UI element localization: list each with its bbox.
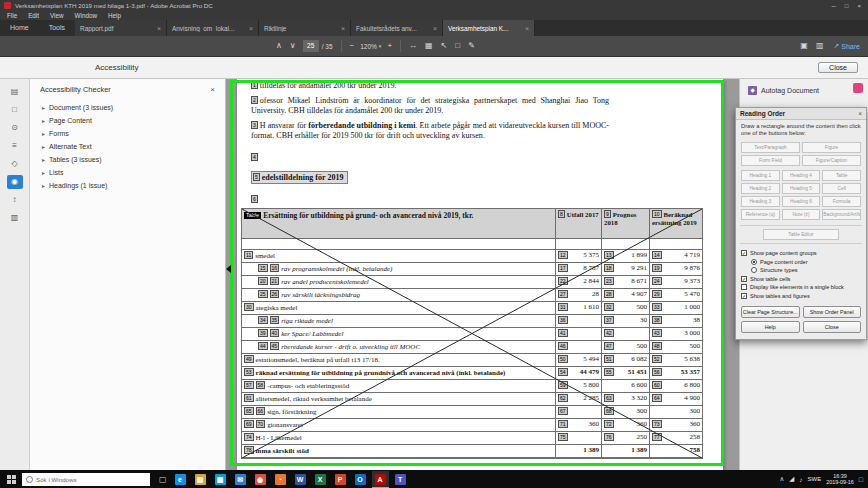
menu-item-window[interactable]: Window xyxy=(75,12,97,19)
checker-item-lists[interactable]: ▸Lists xyxy=(42,169,225,176)
close-button[interactable]: Close xyxy=(803,321,862,333)
taskbar-app-edge[interactable]: e xyxy=(172,471,189,488)
expander-icon[interactable]: ▸ xyxy=(42,117,45,124)
previous-page-icon[interactable]: ∧ xyxy=(276,39,282,53)
checker-item-page-content[interactable]: ▸Page Content xyxy=(42,117,225,124)
volume-icon[interactable]: ♪ xyxy=(799,476,802,483)
highlighter-icon[interactable]: ✎ xyxy=(468,39,475,53)
taskbar-app-teams[interactable]: T xyxy=(392,471,409,488)
collapse-left-panel-arrow-icon[interactable] xyxy=(226,265,231,273)
tab-home[interactable]: Home xyxy=(0,20,39,36)
option-show-tables-and-figures[interactable]: ✓Show tables and figures xyxy=(741,293,861,299)
hidden-icons-chevron[interactable]: ∧ xyxy=(780,475,785,483)
reading-order-button-form-field[interactable]: Form Field xyxy=(741,155,800,166)
start-button[interactable] xyxy=(0,470,22,488)
document-tab-fakultetsr-dets-anv[interactable]: Fakultetsrådets anv...× xyxy=(351,20,443,36)
taskbar-clock[interactable]: 16:39 2019-09-16 xyxy=(826,473,854,486)
tab-tools[interactable]: Tools xyxy=(39,20,75,36)
checkbox-icon[interactable]: ✓ xyxy=(741,276,747,282)
accessibility-panel-icon[interactable]: ◉ xyxy=(7,175,23,189)
tab-close-icon[interactable]: × xyxy=(157,25,161,32)
language-indicator[interactable]: SWE xyxy=(808,476,822,482)
document-tab-riktlinje[interactable]: Riktlinje× xyxy=(259,20,351,36)
help-button[interactable]: Help xyxy=(741,321,800,333)
dialog-close-icon[interactable]: × xyxy=(858,110,862,117)
show-order-panel-button[interactable]: Show Order Panel xyxy=(803,306,862,318)
reading-order-button-heading-2[interactable]: Heading 2 xyxy=(741,183,780,194)
tab-close-icon[interactable]: × xyxy=(525,25,529,32)
document-tab-rapport-pdf[interactable]: Rapport.pdf× xyxy=(75,20,167,36)
taskbar-app-outlook[interactable]: O xyxy=(352,471,369,488)
zoom-level-dropdown[interactable]: 120% ▾ xyxy=(360,43,381,50)
page-thumbnails-icon[interactable]: □ xyxy=(7,103,23,117)
menu-item-edit[interactable]: Edit xyxy=(28,12,39,19)
next-page-icon[interactable]: ∨ xyxy=(290,39,296,53)
expander-icon[interactable]: ▸ xyxy=(42,156,45,163)
accessibility-close-button[interactable]: Close xyxy=(818,62,858,73)
option-page-content-order[interactable]: Page content order xyxy=(751,259,861,265)
layers-icon[interactable]: ≡ xyxy=(7,139,23,153)
taskbar-app-excel[interactable]: X xyxy=(312,471,329,488)
reading-order-button-heading-3[interactable]: Heading 3 xyxy=(741,196,780,207)
reading-order-button-note-z[interactable]: Note (z) xyxy=(782,209,821,220)
checkbox-icon[interactable]: ✓ xyxy=(741,293,747,299)
tools-panel-toggle-icon[interactable]: ▥ xyxy=(816,39,824,53)
content-panel-icon[interactable]: ▥ xyxy=(7,211,23,225)
order-panel-icon[interactable]: ↕ xyxy=(7,193,23,207)
reading-order-button-figure[interactable]: Figure xyxy=(802,142,861,153)
taskbar-app-acrobat[interactable]: A xyxy=(372,471,389,488)
reading-order-button-text-paragraph[interactable]: Text/Paragraph xyxy=(741,142,800,153)
expander-icon[interactable]: ▸ xyxy=(42,182,45,189)
menu-item-file[interactable]: File xyxy=(7,12,17,19)
task-view-icon[interactable]: ▢ xyxy=(159,475,167,484)
reading-order-button-reference-q[interactable]: Reference (q) xyxy=(741,209,780,220)
expander-icon[interactable]: ▸ xyxy=(42,143,45,150)
document-view-area[interactable]: 1tilldelas för ändamålet 200 tkr under 2… xyxy=(226,79,739,470)
zoom-out-icon[interactable]: − xyxy=(350,39,355,53)
expander-icon[interactable]: ▸ xyxy=(42,169,45,176)
radio-icon[interactable] xyxy=(751,267,757,273)
tab-close-icon[interactable]: × xyxy=(341,25,345,32)
reading-order-button-formula[interactable]: Formula xyxy=(822,196,861,207)
attachments-icon[interactable]: ⊙ xyxy=(7,121,23,135)
tab-close-icon[interactable]: × xyxy=(433,25,437,32)
action-center-icon[interactable]: □ xyxy=(859,476,863,483)
notifications-icon[interactable]: ▣ xyxy=(800,39,808,53)
radio-icon[interactable] xyxy=(751,259,757,265)
checker-item-forms[interactable]: ▸Forms xyxy=(42,130,225,137)
menu-item-help[interactable]: Help xyxy=(108,12,121,19)
tags-icon[interactable]: ◇ xyxy=(7,157,23,171)
clear-page-structure-button[interactable]: Clear Page Structure... xyxy=(741,306,800,318)
reading-order-button-heading-5[interactable]: Heading 5 xyxy=(782,183,821,194)
taskbar-app-powerpoint[interactable]: P xyxy=(332,471,349,488)
checker-item-alternate-text[interactable]: ▸Alternate Text xyxy=(42,143,225,150)
reading-order-button-background-artifact[interactable]: Background/Artifact xyxy=(822,209,861,220)
checkbox-icon[interactable]: ✓ xyxy=(741,250,747,256)
checker-item-tables-3-issues[interactable]: ▸Tables (3 issues) xyxy=(42,156,225,163)
document-tab-verksamhetsplan-k[interactable]: Verksamhetsplan K...× xyxy=(443,20,535,36)
minimize-button[interactable]: ─ xyxy=(832,3,836,9)
close-window-button[interactable]: × xyxy=(857,3,861,9)
taskbar-search-input[interactable]: Sök i Windows xyxy=(22,473,150,486)
taskbar-app-chrome[interactable]: ◉ xyxy=(252,471,269,488)
selection-tool-icon[interactable]: ↖ xyxy=(441,39,448,53)
taskbar-app-file-explorer[interactable]: ▤ xyxy=(192,471,209,488)
page-number-input[interactable]: 25 xyxy=(303,40,319,52)
fit-width-icon[interactable]: ↔ xyxy=(409,39,417,53)
option-display-like-elements-in-a-single-block[interactable]: Display like elements in a single block xyxy=(741,284,861,290)
comment-icon[interactable]: □ xyxy=(455,39,460,53)
expander-icon[interactable]: ▸ xyxy=(42,130,45,137)
taskbar-app-store[interactable]: ▦ xyxy=(212,471,229,488)
page-display-icon[interactable]: ▦ xyxy=(425,39,433,53)
reading-order-button-heading-6[interactable]: Heading 6 xyxy=(782,196,821,207)
taskbar-app-mail[interactable]: ✉ xyxy=(232,471,249,488)
checker-close-icon[interactable]: × xyxy=(210,85,215,94)
taskbar-app-firefox[interactable]: ◔ xyxy=(272,471,289,488)
network-icon[interactable]: ◢ xyxy=(789,475,794,483)
bookmarks-icon[interactable]: ▤ xyxy=(7,85,23,99)
reading-order-button-table[interactable]: Table xyxy=(822,170,861,181)
menu-item-view[interactable]: View xyxy=(50,12,64,19)
pdf-page[interactable]: 1tilldelas för ändamålet 200 tkr under 2… xyxy=(237,79,723,470)
expander-icon[interactable]: ▸ xyxy=(42,104,45,111)
reading-order-button-figure-caption[interactable]: Figure/Caption xyxy=(802,155,861,166)
